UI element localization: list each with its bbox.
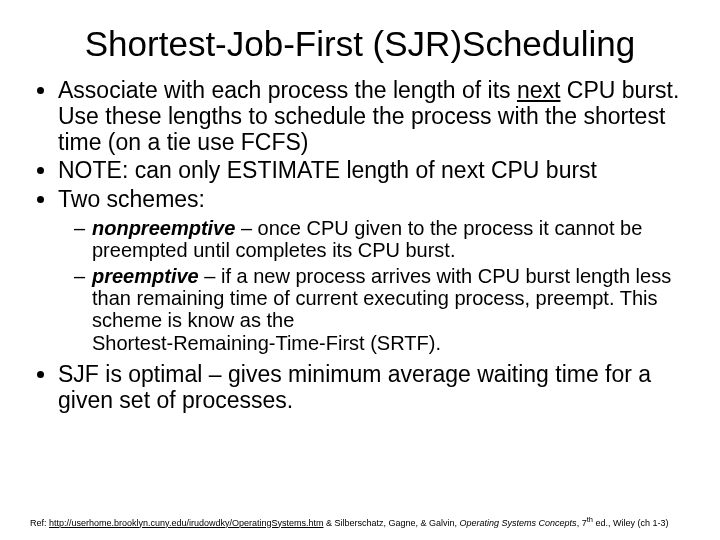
sub-bullet-1: nonpreemptive – once CPU given to the pr…: [92, 217, 690, 262]
footer-post-italic: Operating Systems Concepts: [460, 518, 577, 528]
sub-bullet-list: nonpreemptive – once CPU given to the pr…: [58, 217, 690, 354]
bullet-2: NOTE: can only ESTIMATE length of next C…: [58, 158, 690, 184]
bullet-3-text: Two schemes:: [58, 186, 205, 212]
sub-1-term: nonpreemptive: [92, 217, 235, 239]
footer: Ref: http://userhome.brooklyn.cuny.edu/i…: [30, 516, 690, 528]
bullet-4: SJF is optimal – gives minimum average w…: [58, 362, 690, 414]
bullet-list: Associate with each process the length o…: [30, 78, 690, 414]
footer-post-b: , 7: [577, 518, 587, 528]
bullet-3: Two schemes: nonpreemptive – once CPU gi…: [58, 187, 690, 354]
footer-link[interactable]: http://userhome.brooklyn.cuny.edu/irudow…: [49, 518, 323, 528]
sub-2-term: preemptive: [92, 265, 199, 287]
sub-2-rest-b: Shortest-Remaining-Time-First (SRTF).: [92, 332, 441, 354]
sub-bullet-2: preemptive – if a new process arrives wi…: [92, 265, 690, 355]
footer-post-c: ed., Wiley (ch 1-3): [593, 518, 669, 528]
bullet-1-underlined: next: [517, 77, 560, 103]
slide-title: Shortest-Job-First (SJR)Scheduling: [30, 24, 690, 64]
bullet-1: Associate with each process the length o…: [58, 78, 690, 155]
bullet-1-pre: Associate with each process the length o…: [58, 77, 517, 103]
footer-pre: Ref:: [30, 518, 49, 528]
footer-post-a: & Silberschatz, Gagne, & Galvin,: [323, 518, 459, 528]
slide: Shortest-Job-First (SJR)Scheduling Assoc…: [0, 0, 720, 540]
